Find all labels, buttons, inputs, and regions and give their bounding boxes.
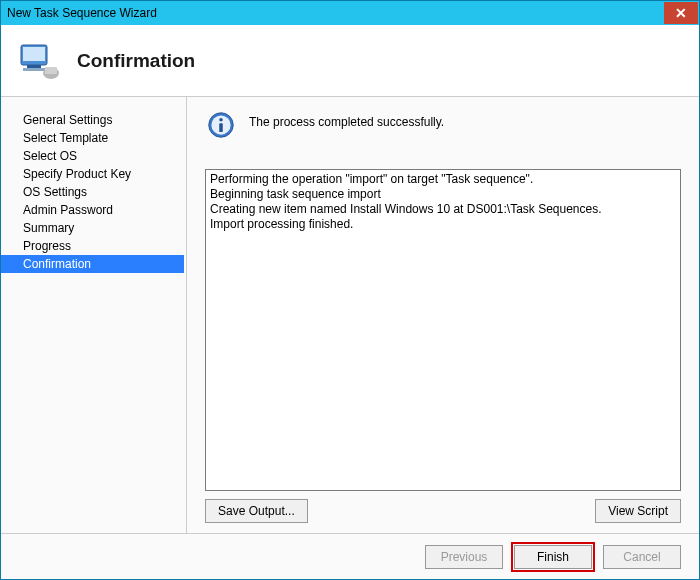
- status-row: The process completed successfully.: [205, 111, 681, 139]
- finish-button[interactable]: Finish: [514, 545, 592, 569]
- wizard-footer: Previous Finish Cancel: [1, 533, 699, 579]
- page-title: Confirmation: [77, 50, 195, 72]
- info-icon: [207, 111, 235, 139]
- svg-rect-9: [219, 123, 223, 132]
- output-button-row: Save Output... View Script: [205, 499, 681, 523]
- svg-rect-5: [45, 67, 57, 74]
- sidebar-item-select-template[interactable]: Select Template: [1, 129, 184, 147]
- wizard-icon: [15, 37, 63, 85]
- sidebar-item-select-os[interactable]: Select OS: [1, 147, 184, 165]
- sidebar-item-progress[interactable]: Progress: [1, 237, 184, 255]
- sidebar-item-os-settings[interactable]: OS Settings: [1, 183, 184, 201]
- save-output-button[interactable]: Save Output...: [205, 499, 308, 523]
- finish-highlight: Finish: [511, 542, 595, 572]
- previous-button: Previous: [425, 545, 503, 569]
- svg-point-8: [219, 118, 223, 122]
- window-title: New Task Sequence Wizard: [7, 6, 663, 20]
- svg-rect-2: [27, 65, 41, 68]
- status-message: The process completed successfully.: [249, 111, 444, 129]
- close-icon: ✕: [675, 5, 687, 21]
- svg-rect-1: [23, 47, 45, 61]
- sidebar-item-admin-password[interactable]: Admin Password: [1, 201, 184, 219]
- wizard-main: The process completed successfully. Save…: [187, 97, 699, 533]
- sidebar-item-confirmation[interactable]: Confirmation: [1, 255, 184, 273]
- view-script-button[interactable]: View Script: [595, 499, 681, 523]
- sidebar-item-general-settings[interactable]: General Settings: [1, 111, 184, 129]
- cancel-button: Cancel: [603, 545, 681, 569]
- titlebar: New Task Sequence Wizard ✕: [1, 1, 699, 25]
- sidebar-item-summary[interactable]: Summary: [1, 219, 184, 237]
- wizard-sidebar: General Settings Select Template Select …: [1, 97, 187, 533]
- close-button[interactable]: ✕: [664, 2, 698, 24]
- sidebar-item-specify-product-key[interactable]: Specify Product Key: [1, 165, 184, 183]
- wizard-window: New Task Sequence Wizard ✕ Confirmation …: [0, 0, 700, 580]
- log-output[interactable]: [205, 169, 681, 491]
- svg-rect-3: [23, 68, 45, 71]
- wizard-body: General Settings Select Template Select …: [1, 97, 699, 533]
- wizard-header: Confirmation: [1, 25, 699, 97]
